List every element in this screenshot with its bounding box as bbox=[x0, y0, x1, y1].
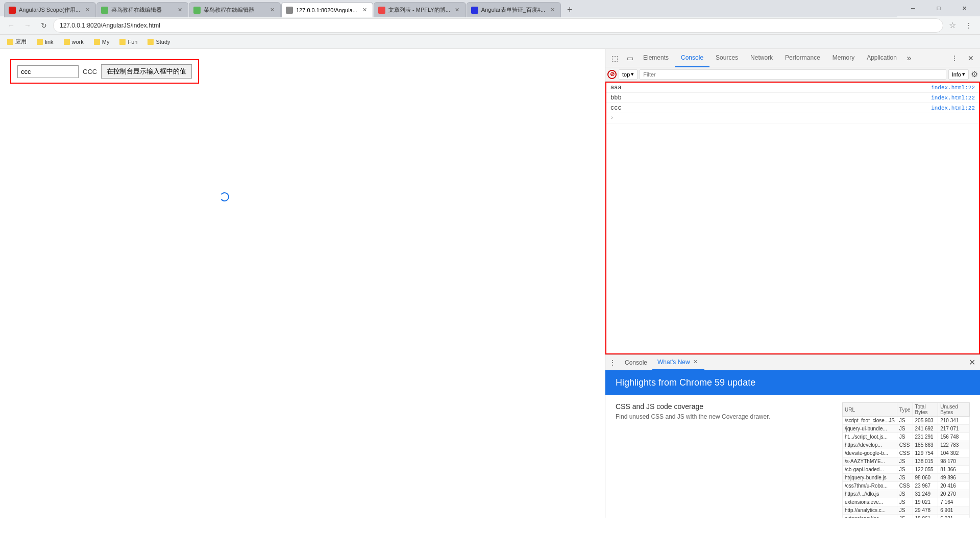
console-text-bbb: bbb bbox=[610, 94, 931, 101]
bookmark-work[interactable]: work bbox=[61, 38, 87, 46]
dt-tab-network[interactable]: Network bbox=[744, 49, 779, 67]
console-source-bbb[interactable]: index.html:22 bbox=[931, 95, 975, 101]
forward-button[interactable]: → bbox=[20, 18, 35, 33]
coverage-col-url: URL bbox=[843, 403, 897, 417]
ccc-input[interactable] bbox=[17, 65, 79, 78]
close-button[interactable]: ✕ bbox=[952, 0, 976, 16]
tab-close-angular[interactable]: ✕ bbox=[83, 6, 91, 14]
tab-close-runoob2[interactable]: ✕ bbox=[268, 6, 276, 14]
tab-angular[interactable]: AngularJS Scope(作用... ✕ bbox=[4, 2, 96, 17]
tab-favicon-runoob1 bbox=[101, 7, 108, 14]
bookmark-apps[interactable]: 应用 bbox=[4, 37, 30, 46]
info-selector[interactable]: Info ▾ bbox=[948, 69, 969, 80]
coverage-cell: 81 366 bbox=[938, 466, 970, 474]
minimize-button[interactable]: ─ bbox=[901, 0, 925, 16]
coverage-cell: JS bbox=[897, 466, 913, 474]
coverage-cell: 185 863 bbox=[913, 441, 938, 449]
coverage-cell: CSS bbox=[897, 449, 913, 457]
dt-tab-memory[interactable]: Memory bbox=[826, 49, 861, 67]
dt-tab-application[interactable]: Application bbox=[861, 49, 903, 67]
tab-close-runoob1[interactable]: ✕ bbox=[176, 6, 184, 14]
chevron-down-icon: ▾ bbox=[631, 71, 634, 78]
page-content: CCC 在控制台显示输入框中的值 bbox=[0, 49, 605, 518]
devtools-more-button[interactable]: ⋮ bbox=[947, 51, 962, 65]
bookmark-fun[interactable]: Fun bbox=[116, 38, 140, 46]
coverage-row: https://...//dlo.jsJS31 24920 270 bbox=[843, 490, 970, 498]
address-bar[interactable]: 127.0.0.1:8020/AngularJS/index.html bbox=[53, 18, 943, 33]
coverage-cell: CSS bbox=[897, 482, 913, 490]
tab-favicon-mpfly bbox=[378, 7, 385, 14]
filter-input[interactable] bbox=[640, 69, 946, 80]
coverage-cell: 156 748 bbox=[938, 433, 970, 441]
tab-title-angular: AngularJS Scope(作用... bbox=[19, 6, 80, 14]
tab-localhost[interactable]: 127.0.0.1:8020/Angula... ✕ bbox=[281, 2, 373, 17]
back-button[interactable]: ← bbox=[4, 18, 18, 33]
device-toolbar-button[interactable]: ▭ bbox=[623, 51, 637, 65]
coverage-cell: https://...//dlo.js bbox=[843, 490, 897, 498]
console-prompt-line[interactable]: › bbox=[606, 113, 979, 123]
coverage-preview: URL Type Total Bytes Unused Bytes /scrip… bbox=[842, 402, 970, 518]
coverage-cell: JS bbox=[897, 498, 913, 506]
coverage-cell: JS bbox=[897, 506, 913, 515]
coverage-cell: 104 302 bbox=[938, 449, 970, 457]
coverage-row: /devsite-google-b...CSS129 754104 302 bbox=[843, 449, 970, 457]
coverage-cell: 6 901 bbox=[938, 506, 970, 515]
bookmark-label-fun: Fun bbox=[128, 39, 137, 45]
new-tab-button[interactable]: + bbox=[561, 2, 578, 17]
dt-tab-elements[interactable]: Elements bbox=[637, 49, 675, 67]
console-output: aaa index.html:22 bbb index.html:22 ccc … bbox=[605, 82, 980, 354]
bookmark-button[interactable]: ☆ bbox=[945, 18, 960, 33]
title-bar: AngularJS Scope(作用... ✕ 菜鸟教程在线编辑器 ✕ 菜鸟教程… bbox=[0, 0, 980, 16]
bottom-panel-close[interactable]: ✕ bbox=[966, 356, 978, 369]
devtools-close-button[interactable]: ✕ bbox=[964, 51, 978, 65]
back-icon: ← bbox=[8, 21, 15, 30]
coverage-cell: /s-AAZYThMYE... bbox=[843, 457, 897, 466]
tab-close-baidu[interactable]: ✕ bbox=[548, 6, 556, 14]
bookmark-my[interactable]: My bbox=[91, 38, 113, 46]
console-source-ccc[interactable]: index.html:22 bbox=[931, 105, 975, 111]
clear-console-button[interactable]: ⊘ bbox=[607, 70, 617, 79]
bottom-tab-console-label: Console bbox=[625, 359, 647, 366]
tab-mpfly[interactable]: 文章列表 - MPFLY的博... ✕ bbox=[374, 2, 466, 17]
whats-new-content: CSS and JS code coverage Find unused CSS… bbox=[605, 395, 980, 518]
inspect-icon: ⬚ bbox=[611, 54, 618, 62]
console-line-bbb: bbb index.html:22 bbox=[606, 93, 979, 103]
tab-close-localhost[interactable]: ✕ bbox=[360, 6, 369, 14]
devtools-right-icons: ⋮ ✕ bbox=[947, 51, 978, 65]
coverage-cell: https://devclop... bbox=[843, 441, 897, 449]
svg-point-0 bbox=[220, 193, 229, 201]
dt-tab-performance[interactable]: Performance bbox=[779, 49, 826, 67]
bookmark-label-link: link bbox=[45, 39, 54, 45]
tab-favicon-angular bbox=[9, 7, 16, 14]
dt-tab-more[interactable]: » bbox=[903, 52, 915, 64]
reload-button[interactable]: ↻ bbox=[37, 18, 51, 33]
bottom-tab-whats-new-close[interactable]: ✕ bbox=[692, 359, 699, 366]
dt-tab-sources[interactable]: Sources bbox=[709, 49, 744, 67]
tab-close-mpfly[interactable]: ✕ bbox=[453, 6, 461, 14]
coverage-cell: 98 170 bbox=[938, 457, 970, 466]
top-selector[interactable]: top ▾ bbox=[619, 69, 638, 80]
bottom-tab-console[interactable]: Console bbox=[620, 355, 652, 370]
tab-baidu[interactable]: Angular表单验证_百度#... ✕ bbox=[467, 2, 561, 17]
coverage-cell: 231 291 bbox=[913, 433, 938, 441]
console-source-aaa[interactable]: index.html:22 bbox=[931, 85, 975, 91]
bottom-tab-whats-new[interactable]: What's New ✕ bbox=[652, 355, 704, 370]
tab-runoob1[interactable]: 菜鸟教程在线编辑器 ✕ bbox=[96, 2, 188, 17]
bottom-menu-icon[interactable]: ⋮ bbox=[607, 358, 618, 368]
coverage-cell: 23 967 bbox=[913, 482, 938, 490]
tab-runoob2[interactable]: 菜鸟教程在线编辑器 ✕ bbox=[189, 2, 281, 17]
browser-settings-button[interactable]: ⋮ bbox=[962, 18, 976, 33]
inspect-element-button[interactable]: ⬚ bbox=[607, 51, 622, 65]
dt-tab-console[interactable]: Console bbox=[675, 49, 709, 67]
bookmark-link[interactable]: link bbox=[34, 38, 57, 46]
chevron-right-icon: › bbox=[610, 115, 614, 121]
coverage-cell: 49 896 bbox=[938, 474, 970, 482]
console-settings-icon[interactable]: ⚙ bbox=[971, 69, 978, 79]
top-label: top bbox=[622, 71, 630, 78]
coverage-cell: ht.../script_foot.js... bbox=[843, 433, 897, 441]
reload-icon: ↻ bbox=[41, 21, 47, 30]
show-console-button[interactable]: 在控制台显示输入框中的值 bbox=[101, 64, 192, 79]
bookmark-study[interactable]: Study bbox=[144, 38, 173, 46]
coverage-cell: 18 061 bbox=[913, 515, 938, 518]
maximize-button[interactable]: □ bbox=[927, 0, 950, 16]
